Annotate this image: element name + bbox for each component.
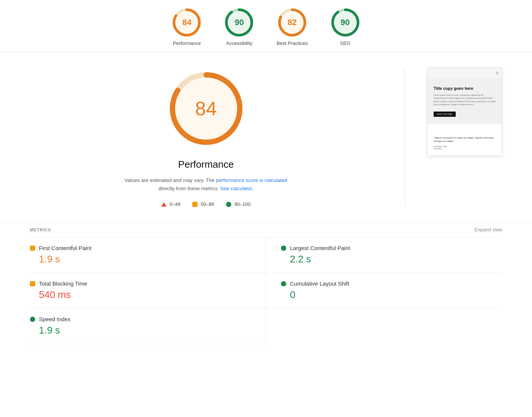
score-circle-performance: 84: [172, 7, 202, 37]
performance-title: Performance: [178, 159, 234, 170]
score-legend: 0–49 50–89 90–100: [161, 201, 250, 207]
metric-tbt-value: 540 ms: [39, 289, 251, 301]
device-quote-text: "Aliquet consectetur id magna ac integer…: [434, 136, 496, 143]
metrics-header: METRICS Expand view: [30, 222, 502, 237]
device-hero-section: Title copy goes here Lorem ipsum dolor s…: [428, 79, 502, 124]
metric-fcp-header: First Contentful Paint: [30, 245, 251, 251]
performance-description: Values are estimated and may vary. The p…: [116, 176, 296, 192]
vertical-divider: [404, 67, 405, 207]
metrics-section: METRICS Expand view First Contentful Pai…: [0, 222, 532, 344]
metrics-grid: First Contentful Paint 1.9 s Largest Con…: [30, 237, 502, 344]
device-cta-button: START FOR FREE: [434, 112, 456, 117]
score-item-accessibility[interactable]: 90 Accessibility: [224, 7, 254, 46]
score-item-seo[interactable]: 90 SEO: [330, 7, 360, 46]
legend-range-orange: 50–89: [201, 201, 214, 207]
green-circle-icon-3: [30, 317, 35, 322]
orange-square-icon: [30, 246, 35, 251]
legend-range-green: 90–100: [234, 201, 250, 207]
score-value-seo: 90: [340, 18, 349, 27]
device-quote-section: "Aliquet consectetur id magna ac integer…: [428, 130, 502, 156]
device-preview: ≡ Title copy goes here Lorem ipsum dolor…: [427, 67, 502, 156]
score-bar: 84 Performance 90 Accessibility 82 Best …: [0, 0, 532, 52]
score-value-best-practices: 82: [288, 18, 297, 27]
legend-item-red: 0–49: [161, 201, 180, 207]
circle-icon: [226, 202, 231, 207]
score-label-seo: SEO: [340, 40, 350, 46]
metric-lcp: Largest Contentful Paint 2.2 s: [266, 237, 502, 273]
calculator-link[interactable]: See calculator.: [220, 186, 254, 191]
big-score: 84: [195, 97, 217, 120]
device-hero-text: Lorem ipsum dolor sit amet, consectetur …: [434, 94, 496, 106]
device-hero-title: Title copy goes here: [434, 86, 496, 91]
score-label-performance: Performance: [173, 40, 201, 46]
metrics-title: METRICS: [30, 228, 51, 232]
green-circle-icon: [281, 246, 286, 251]
metric-fcp: First Contentful Paint 1.9 s: [30, 237, 266, 273]
perf-score-link[interactable]: performance score is calculated: [216, 177, 287, 183]
score-circle-best-practices: 82: [277, 7, 307, 37]
metric-si-header: Speed Index: [30, 316, 251, 322]
expand-view-button[interactable]: Expand view: [474, 227, 502, 232]
metric-cls: Cumulative Layout Shift 0: [266, 273, 502, 308]
metric-tbt: Total Blocking Time 540 ms: [30, 273, 266, 308]
desc-prefix: Values are estimated and may vary. The: [125, 177, 214, 183]
green-circle-icon-2: [281, 281, 286, 286]
score-label-accessibility: Accessibility: [226, 40, 253, 46]
metric-fcp-name: First Contentful Paint: [39, 245, 91, 251]
metric-si-value: 1.9 s: [39, 325, 251, 336]
main-content: 84 Performance Values are estimated and …: [0, 52, 532, 222]
device-header: ≡: [428, 68, 502, 79]
score-value-accessibility: 90: [235, 18, 244, 27]
metric-fcp-value: 1.9 s: [39, 253, 251, 265]
score-label-best-practices: Best Practices: [276, 40, 308, 46]
device-quote-company: Company: [434, 147, 496, 150]
score-item-best-practices[interactable]: 82 Best Practices: [276, 7, 308, 46]
metric-tbt-header: Total Blocking Time: [30, 280, 251, 287]
triangle-icon: [161, 202, 166, 207]
score-item-performance[interactable]: 84 Performance: [172, 7, 202, 46]
square-icon: [192, 202, 198, 207]
metric-lcp-value: 2.2 s: [290, 253, 502, 265]
score-circle-accessibility: 90: [224, 7, 254, 37]
menu-icon: ≡: [496, 70, 499, 76]
metric-cls-header: Cumulative Layout Shift: [281, 280, 502, 287]
legend-item-green: 90–100: [226, 201, 250, 207]
big-gauge: 84: [165, 67, 247, 150]
metric-tbt-name: Total Blocking Time: [39, 280, 87, 287]
metric-si: Speed Index 1.9 s: [30, 308, 266, 344]
left-section: 84 Performance Values are estimated and …: [30, 67, 382, 207]
metric-cls-name: Cumulative Layout Shift: [290, 280, 349, 287]
orange-square-icon-2: [30, 281, 35, 286]
metric-cls-value: 0: [290, 289, 502, 301]
score-circle-seo: 90: [330, 7, 360, 37]
device-mockup: ≡ Title copy goes here Lorem ipsum dolor…: [427, 67, 502, 156]
score-value-performance: 84: [182, 18, 191, 27]
legend-item-orange: 50–89: [192, 201, 214, 207]
metric-lcp-name: Largest Contentful Paint: [290, 245, 350, 251]
metric-lcp-header: Largest Contentful Paint: [281, 245, 502, 251]
legend-range-red: 0–49: [169, 201, 180, 207]
metric-si-name: Speed Index: [39, 316, 70, 322]
